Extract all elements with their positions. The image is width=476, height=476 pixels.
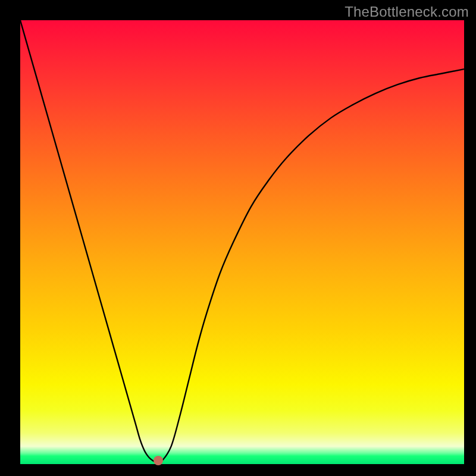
optimal-point-marker [154,456,163,465]
watermark-text: TheBottleneck.com [345,4,469,20]
plot-area [20,20,464,464]
bottleneck-curve [20,20,464,464]
chart-frame: TheBottleneck.com [0,0,476,476]
